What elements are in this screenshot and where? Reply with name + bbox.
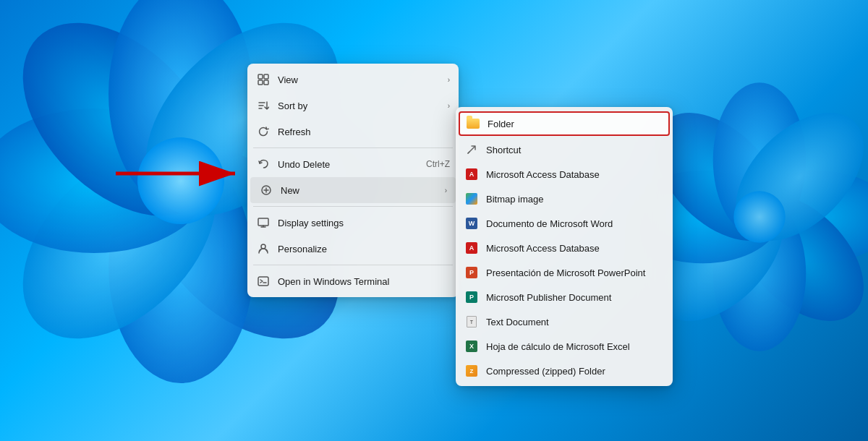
personalize-icon xyxy=(256,241,271,256)
text-icon: T xyxy=(464,314,479,329)
access1-label: Microsoft Access Database xyxy=(486,169,600,180)
submenu-item-ppt[interactable]: P Presentación de Microsoft PowerPoint xyxy=(456,260,673,285)
svg-rect-22 xyxy=(258,80,263,85)
display-label: Display settings xyxy=(278,218,450,228)
svg-point-17 xyxy=(733,191,785,242)
ppt-icon: P xyxy=(464,265,479,280)
svg-rect-20 xyxy=(258,74,263,79)
red-arrow xyxy=(116,160,246,187)
sort-arrow: › xyxy=(448,102,450,110)
excel-label: Hoja de cálculo de Microsoft Excel xyxy=(486,341,630,352)
undo-icon xyxy=(256,157,271,171)
refresh-icon xyxy=(256,124,271,139)
sort-icon xyxy=(256,98,271,113)
desktop: View › Sort by › Refresh xyxy=(0,0,868,441)
menu-item-undo[interactable]: Undo Delete Ctrl+Z xyxy=(247,151,459,177)
view-label: View xyxy=(278,74,445,85)
new-arrow: › xyxy=(445,187,447,194)
menu-item-new[interactable]: New › xyxy=(250,177,456,203)
display-icon xyxy=(256,215,271,230)
new-label: New xyxy=(281,185,442,196)
svg-point-26 xyxy=(261,244,265,249)
zip-label: Compressed (zipped) Folder xyxy=(486,366,605,377)
refresh-label: Refresh xyxy=(278,127,450,137)
access2-icon: A xyxy=(464,241,479,255)
terminal-icon xyxy=(256,274,271,288)
menu-item-sort[interactable]: Sort by › xyxy=(247,93,459,119)
access2-label: Microsoft Access Database xyxy=(486,243,600,254)
submenu-item-publisher[interactable]: P Microsoft Publisher Document xyxy=(456,285,673,309)
folder-label: Folder xyxy=(488,119,514,129)
menu-item-display[interactable]: Display settings xyxy=(247,210,459,236)
personalize-label: Personalize xyxy=(278,244,450,254)
text-label: Text Document xyxy=(486,317,549,327)
menu-item-personalize[interactable]: Personalize xyxy=(247,236,459,262)
publisher-label: Microsoft Publisher Document xyxy=(486,292,611,303)
submenu-item-word[interactable]: W Documento de Microsoft Word xyxy=(456,211,673,236)
view-arrow: › xyxy=(448,76,450,84)
sort-label: Sort by xyxy=(278,100,445,111)
word-icon: W xyxy=(464,216,479,231)
menu-item-refresh[interactable]: Refresh xyxy=(247,119,459,145)
submenu: Folder Shortcut A Microsoft Access Datab… xyxy=(456,107,673,386)
menu-item-view[interactable]: View › xyxy=(247,67,459,93)
submenu-item-folder[interactable]: Folder xyxy=(459,111,670,136)
terminal-label: Open in Windows Terminal xyxy=(278,276,450,287)
word-label: Documento de Microsoft Word xyxy=(486,218,613,229)
context-menu: View › Sort by › Refresh xyxy=(247,64,459,297)
excel-icon: X xyxy=(464,339,479,354)
separator-1 xyxy=(253,147,453,148)
shortcut-icon xyxy=(464,142,479,157)
svg-rect-21 xyxy=(264,74,268,79)
folder-icon xyxy=(466,116,480,131)
new-icon xyxy=(259,183,273,197)
submenu-item-shortcut[interactable]: Shortcut xyxy=(456,137,673,162)
submenu-item-access2[interactable]: A Microsoft Access Database xyxy=(456,236,673,260)
svg-rect-27 xyxy=(258,277,268,286)
bitmap-label: Bitmap image xyxy=(486,194,543,205)
submenu-item-text[interactable]: T Text Document xyxy=(456,309,673,334)
shortcut-label: Shortcut xyxy=(486,145,521,155)
separator-3 xyxy=(253,265,453,265)
publisher-icon: P xyxy=(464,290,479,304)
zip-icon: Z xyxy=(464,364,479,378)
submenu-item-bitmap[interactable]: Bitmap image xyxy=(456,187,673,211)
submenu-item-zip[interactable]: Z Compressed (zipped) Folder xyxy=(456,359,673,383)
menu-item-terminal[interactable]: Open in Windows Terminal xyxy=(247,268,459,294)
ppt-label: Presentación de Microsoft PowerPoint xyxy=(486,267,645,278)
bitmap-icon xyxy=(464,192,479,206)
submenu-item-access1[interactable]: A Microsoft Access Database xyxy=(456,162,673,187)
separator-2 xyxy=(253,206,453,207)
submenu-item-excel[interactable]: X Hoja de cálculo de Microsoft Excel xyxy=(456,334,673,359)
svg-rect-25 xyxy=(258,218,268,226)
view-icon xyxy=(256,72,271,87)
access1-icon: A xyxy=(464,167,479,181)
undo-shortcut: Ctrl+Z xyxy=(426,159,450,169)
svg-rect-23 xyxy=(264,80,268,85)
undo-label: Undo Delete xyxy=(278,159,420,170)
